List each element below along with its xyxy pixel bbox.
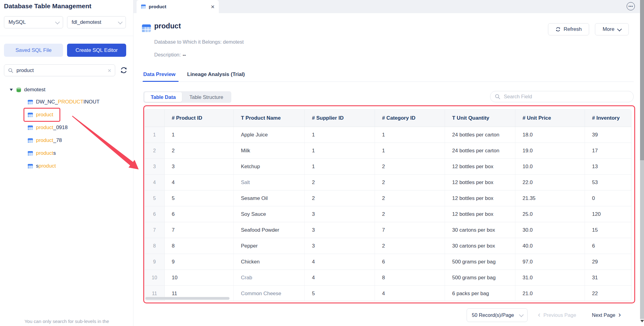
clear-search-icon[interactable]: × xyxy=(107,67,112,74)
chevron-down-icon xyxy=(118,20,123,24)
datasource-select-value: MySQL xyxy=(9,19,26,25)
sidebar-divider xyxy=(0,36,133,36)
tab-data-preview[interactable]: Data Preview xyxy=(143,71,176,78)
column-header: # Supplier ID xyxy=(304,110,375,127)
search-icon xyxy=(495,94,500,100)
sidebar: Database Table Management MySQL fdl_demo… xyxy=(0,0,133,326)
page-size-select[interactable]: 50 Record(s)/Page xyxy=(467,308,528,322)
sidebar-search-input[interactable] xyxy=(16,67,107,74)
description-value: -- xyxy=(183,52,186,57)
datasource-select[interactable]: MySQL xyxy=(4,16,63,28)
refresh-button-label: Refresh xyxy=(564,26,582,32)
table-icon xyxy=(27,125,33,131)
column-header: # Inventory xyxy=(585,110,632,127)
tree-item-label: product_78 xyxy=(36,137,62,143)
table-icon xyxy=(141,23,151,33)
refresh-button[interactable]: Refresh xyxy=(548,23,589,35)
row-number-header xyxy=(145,110,164,127)
table-row: 4 4 Salt 2 2 12 bottles per box 22.0 53 xyxy=(145,175,632,190)
column-header: T Unit Quantity xyxy=(445,110,515,127)
table-header-row: # Product ID T Product Name # Supplier I… xyxy=(145,110,632,127)
table-row: 3 3 Ketchup 1 2 12 bottles per box 10.0 … xyxy=(145,159,632,175)
description-line: Description:-- xyxy=(154,52,186,58)
table-icon xyxy=(27,138,33,143)
tree-item-label: DW_NC_PRODUCTINOUT xyxy=(36,99,100,105)
table-icon xyxy=(27,150,33,156)
table-icon xyxy=(27,163,33,169)
tab-label: product xyxy=(149,4,211,9)
column-header: # Unit Price xyxy=(515,110,585,127)
column-header: # Product ID xyxy=(164,110,233,127)
table-row: 8 8 Pepper 3 2 30 cartons per box 40.0 6 xyxy=(145,238,632,254)
table-row: 10 10 Crab 4 8 500 grams per bag 31.0 31 xyxy=(145,270,632,286)
saved-sql-file-button[interactable]: Saved SQL File xyxy=(4,44,63,57)
table-icon xyxy=(27,112,33,118)
create-sql-editor-button[interactable]: Create SQL Editor xyxy=(67,44,126,57)
tree-refresh-icon[interactable] xyxy=(120,66,128,74)
description-label: Description: xyxy=(154,52,181,57)
column-header: # Category ID xyxy=(375,110,445,127)
table-icon xyxy=(141,4,146,9)
table-row: 1 1 Apple Juice 1 1 24 bottles per carto… xyxy=(145,127,632,143)
sidebar-footer-note: You can only search for sub-levels in th… xyxy=(0,319,133,324)
chevron-down-icon xyxy=(55,20,60,24)
tab-product[interactable]: product × xyxy=(137,0,219,13)
next-chevron-icon: › xyxy=(618,311,621,318)
tree-item-product[interactable]: product xyxy=(27,108,53,121)
tabs-divider xyxy=(140,82,634,82)
table-row: 6 6 Soy Sauce 3 2 12 bottles per box 25.… xyxy=(145,206,632,222)
field-search-box xyxy=(490,91,634,102)
subtab-table-structure[interactable]: Table Structure xyxy=(182,91,230,103)
scroll-down-arrow-icon xyxy=(640,320,644,322)
tree-root-label: demotest xyxy=(24,87,45,93)
subtab-table-data[interactable]: Table Data xyxy=(144,92,182,102)
column-header: T Product Name xyxy=(233,110,304,127)
tree-item-product-0918[interactable]: product_0918 xyxy=(27,121,68,134)
page-title: product xyxy=(154,22,181,30)
tree-item-product-78[interactable]: product_78 xyxy=(27,134,62,147)
table-row: 9 9 Chicken 4 6 500 grams per bag 97.0 2… xyxy=(145,254,632,270)
tree-item-dw-nc-productinout[interactable]: DW_NC_PRODUCTINOUT xyxy=(27,96,100,108)
table-row: 5 5 Sesame Oil 2 2 12 bottles per box 21… xyxy=(145,190,632,206)
database-select-value: fdl_demotest xyxy=(72,19,101,25)
tree-item-label: product xyxy=(36,112,53,118)
field-search-input[interactable] xyxy=(503,93,629,100)
database-select[interactable]: fdl_demotest xyxy=(67,16,126,28)
more-button-label: More xyxy=(603,26,614,32)
belongs-line: Database to Which it Belongs: demotest xyxy=(154,39,244,45)
next-page-button[interactable]: Next Page › xyxy=(592,308,621,322)
previous-page-button[interactable]: ‹ Previous Page xyxy=(538,308,576,322)
table-row: 2 2 Milk 1 1 24 bottles per carton 19.0 … xyxy=(145,143,632,159)
sidebar-title: Database Table Management xyxy=(4,2,91,10)
chevron-down-icon xyxy=(519,312,524,317)
chevron-down-icon xyxy=(617,27,622,31)
previous-page-label: Previous Page xyxy=(543,312,576,318)
data-table: # Product ID T Product Name # Supplier I… xyxy=(144,109,632,301)
tree-item-label: products xyxy=(36,150,56,156)
tab-lineage-analysis[interactable]: Lineage Analysis (Trial) xyxy=(187,71,245,78)
horizontal-scrollbar-thumb[interactable] xyxy=(145,297,229,300)
search-icon xyxy=(8,68,13,73)
tree-node-demotest[interactable]: demotest xyxy=(9,85,45,95)
sidebar-search-box: × xyxy=(4,64,115,76)
caret-expanded-icon[interactable] xyxy=(9,88,13,92)
vertical-scrollbar-thumb[interactable] xyxy=(640,0,644,160)
refresh-icon xyxy=(555,27,561,32)
tree-item-label: product_0918 xyxy=(36,125,68,131)
table-icon xyxy=(27,99,33,105)
ellipsis-menu-icon[interactable]: ⋯ xyxy=(627,2,635,10)
more-button[interactable]: More xyxy=(595,23,629,35)
next-page-label: Next Page xyxy=(592,312,615,318)
app-root: Database Table Management MySQL fdl_demo… xyxy=(0,0,644,326)
active-tab-underline xyxy=(143,81,179,82)
tree-item-products[interactable]: products xyxy=(27,147,56,160)
table-row: 7 7 Seafood Powder 3 7 30 cartons per bo… xyxy=(145,222,632,238)
close-icon[interactable]: × xyxy=(211,3,215,10)
page-size-value: 50 Record(s)/Page xyxy=(472,312,514,318)
tree-item-sproduct[interactable]: sproduct xyxy=(27,160,56,172)
previous-chevron-icon: ‹ xyxy=(538,311,540,318)
database-icon xyxy=(16,87,22,93)
tree-item-label: sproduct xyxy=(36,163,56,169)
